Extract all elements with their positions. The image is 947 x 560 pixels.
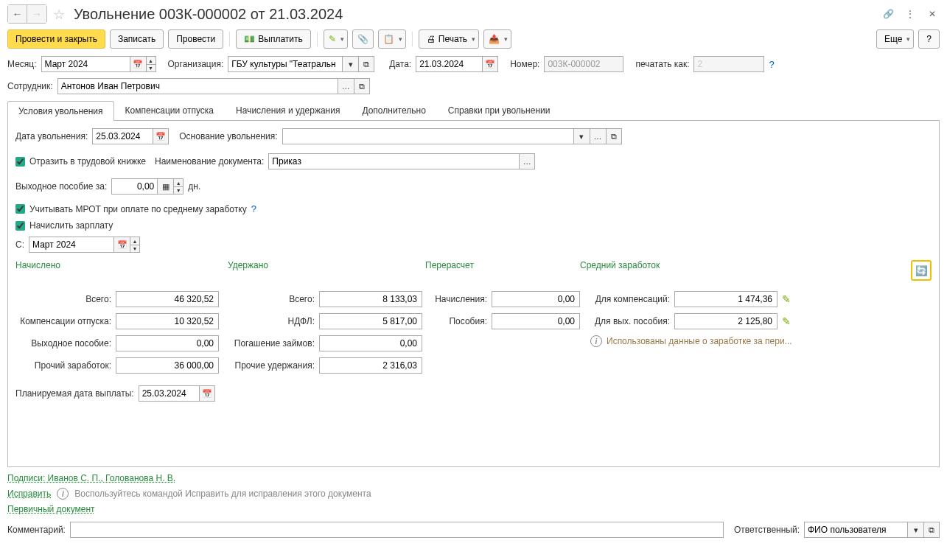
- withheld-other[interactable]: [319, 357, 422, 374]
- help-button[interactable]: ?: [918, 29, 940, 49]
- from-input[interactable]: [29, 237, 113, 253]
- copy-button[interactable]: 📋▾: [378, 29, 406, 49]
- employee-label: Сотрудник:: [7, 81, 53, 91]
- avg-sev-edit-icon[interactable]: ✎: [782, 315, 791, 327]
- save-button[interactable]: Записать: [110, 29, 164, 49]
- post-close-button[interactable]: Провести и закрыть: [7, 29, 105, 49]
- responsible-input[interactable]: [804, 522, 907, 538]
- from-calendar-icon[interactable]: 📅: [113, 237, 130, 253]
- org-dropdown-icon[interactable]: ▾: [342, 56, 358, 72]
- org-input[interactable]: [228, 56, 342, 72]
- pay-button[interactable]: 💵Выплатить: [236, 29, 311, 49]
- accrued-header: Начислено: [15, 260, 60, 270]
- reason-dropdown-icon[interactable]: ▾: [573, 128, 590, 144]
- nav-forward-button[interactable]: →: [27, 5, 46, 23]
- nav-back-button[interactable]: ←: [8, 5, 27, 23]
- planned-date-calendar-icon[interactable]: 📅: [199, 385, 215, 402]
- dismissal-date-label: Дата увольнения:: [15, 131, 88, 141]
- tab-accruals[interactable]: Начисления и удержания: [225, 100, 351, 120]
- menu-icon[interactable]: ⋮: [903, 7, 918, 21]
- create-button[interactable]: ✎▾: [324, 29, 348, 49]
- tab-additional[interactable]: Дополнительно: [351, 100, 436, 120]
- withheld-loan[interactable]: [319, 335, 422, 351]
- withheld-ndfl[interactable]: [319, 313, 422, 329]
- accrued-severance[interactable]: [116, 335, 219, 351]
- correct-link[interactable]: Исправить: [7, 489, 51, 499]
- from-up[interactable]: ▲: [130, 237, 140, 245]
- print-as-label: печатать как:: [635, 59, 689, 69]
- month-label: Месяц:: [7, 59, 37, 69]
- avg-comp[interactable]: [674, 291, 777, 307]
- doc-name-label: Наименование документа:: [155, 156, 264, 167]
- employee-open-icon[interactable]: ⧉: [354, 78, 370, 94]
- reason-label: Основание увольнения:: [179, 131, 277, 141]
- print-as-help[interactable]: ?: [769, 59, 774, 70]
- month-up[interactable]: ▲: [146, 56, 156, 64]
- withheld-total[interactable]: [319, 291, 422, 307]
- signatures-link[interactable]: Подписи: Иванов С. П., Голованова Н. В.: [7, 473, 175, 483]
- tab-conditions[interactable]: Условия увольнения: [7, 101, 114, 121]
- employee-select-icon[interactable]: …: [338, 78, 354, 94]
- tab-vacation-comp[interactable]: Компенсации отпуска: [114, 100, 225, 120]
- month-calendar-icon[interactable]: 📅: [130, 56, 146, 72]
- star-icon[interactable]: ☆: [53, 7, 68, 21]
- doc-name-input[interactable]: [268, 153, 519, 169]
- tab-certificates[interactable]: Справки при увольнении: [437, 100, 562, 120]
- post-button[interactable]: Провести: [168, 29, 223, 49]
- avg-header: Средний заработок: [580, 260, 660, 270]
- accrued-other[interactable]: [116, 357, 219, 374]
- number-label: Номер:: [510, 59, 539, 69]
- avg-comp-edit-icon[interactable]: ✎: [782, 293, 791, 305]
- avg-comp-label: Для компенсаций:: [590, 294, 670, 304]
- link-icon[interactable]: 🔗: [881, 7, 895, 21]
- refresh-button[interactable]: 🔄: [911, 260, 932, 281]
- date-calendar-icon[interactable]: 📅: [482, 56, 498, 72]
- accrued-total[interactable]: [116, 291, 219, 307]
- org-open-icon[interactable]: ⧉: [358, 56, 374, 72]
- correct-hint: Воспользуйтесь командой Исправить для ис…: [74, 489, 371, 499]
- recalc-accruals[interactable]: [492, 291, 580, 307]
- source-doc-link[interactable]: Первичный документ: [7, 504, 95, 514]
- reason-select-icon[interactable]: …: [590, 128, 606, 144]
- avg-info-text: Использованы данные о заработке за пери.…: [607, 336, 792, 346]
- recalc-accruals-label: Начисления:: [434, 294, 487, 304]
- responsible-dropdown-icon[interactable]: ▾: [907, 522, 923, 538]
- from-down[interactable]: ▼: [130, 245, 140, 253]
- reason-input[interactable]: [282, 128, 573, 144]
- attach-button[interactable]: 📎: [352, 29, 374, 49]
- accrued-vacation[interactable]: [116, 313, 219, 329]
- mrot-checkbox[interactable]: [15, 204, 25, 214]
- month-down[interactable]: ▼: [146, 64, 156, 72]
- responsible-open-icon[interactable]: ⧉: [923, 522, 940, 538]
- severance-input[interactable]: [111, 178, 157, 195]
- planned-date-input[interactable]: [139, 385, 199, 402]
- more-button[interactable]: Еще▾: [876, 29, 914, 49]
- employee-input[interactable]: [57, 78, 338, 94]
- doc-name-select-icon[interactable]: …: [519, 153, 535, 169]
- workbook-checkbox[interactable]: [15, 157, 25, 167]
- avg-sev-label: Для вых. пособия:: [590, 316, 670, 326]
- withheld-other-label: Прочие удержания:: [232, 360, 315, 371]
- severance-label: Выходное пособие за:: [15, 181, 107, 192]
- accrue-salary-checkbox[interactable]: [15, 221, 25, 231]
- withheld-total-label: Всего:: [232, 294, 315, 304]
- avg-sev[interactable]: [674, 313, 777, 329]
- severance-calc-icon[interactable]: ▦: [157, 178, 173, 195]
- export-button[interactable]: 📤▾: [483, 29, 511, 49]
- reason-open-icon[interactable]: ⧉: [606, 128, 622, 144]
- comment-input[interactable]: [70, 522, 724, 538]
- recalc-benefits[interactable]: [492, 313, 580, 329]
- print-as-input[interactable]: [693, 56, 764, 72]
- dismissal-date-calendar-icon[interactable]: 📅: [153, 128, 169, 144]
- month-input[interactable]: [41, 56, 130, 72]
- accrue-salary-label: Начислить зарплату: [29, 220, 113, 231]
- mrot-help[interactable]: ?: [251, 203, 256, 214]
- date-input[interactable]: [416, 56, 482, 72]
- severance-down[interactable]: ▼: [173, 186, 184, 195]
- severance-up[interactable]: ▲: [173, 178, 184, 186]
- dismissal-date-input[interactable]: [92, 128, 153, 144]
- accrued-vacation-label: Компенсации отпуска:: [15, 316, 111, 326]
- recalc-header: Перерасчет: [425, 260, 474, 270]
- close-icon[interactable]: ✕: [925, 7, 940, 21]
- print-button[interactable]: 🖨 Печать▾: [419, 29, 479, 49]
